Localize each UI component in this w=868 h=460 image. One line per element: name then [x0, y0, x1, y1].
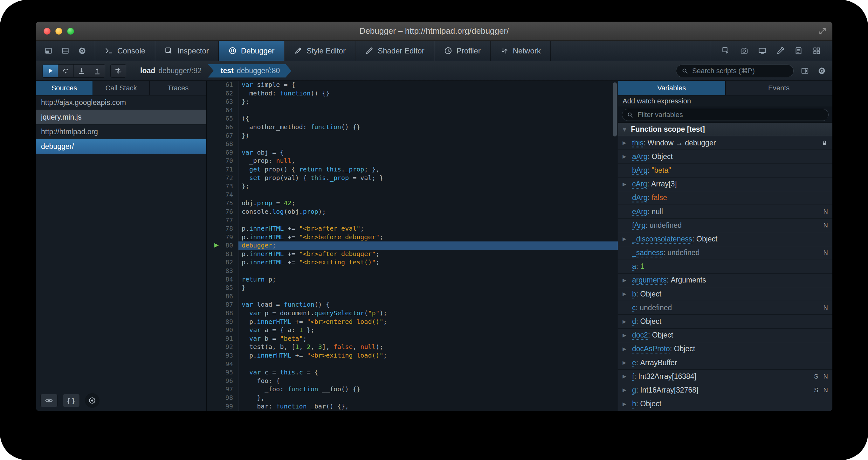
stack-frame-crumb[interactable]: loaddebugger/:92 [134, 64, 208, 78]
grid-icon[interactable] [812, 47, 821, 55]
line-number[interactable]: 94 [207, 360, 238, 369]
code-line[interactable]: p.innerHTML += "<br>exiting test()"; [239, 258, 618, 267]
line-number[interactable]: 84 [207, 276, 238, 284]
line-number[interactable]: 74 [207, 191, 238, 199]
tab-shader-editor[interactable]: Shader Editor [355, 41, 434, 61]
tab-console[interactable]: Console [95, 41, 155, 61]
variable-row[interactable]: fArg: undefinedN [618, 219, 832, 232]
line-number[interactable]: 93 [207, 351, 238, 360]
variable-row[interactable]: ▶arguments: Arguments [618, 274, 832, 287]
variable-row[interactable]: ▶g: Int16Array[32768]SN [618, 383, 832, 397]
line-number[interactable]: 91 [207, 335, 238, 343]
tab-inspector[interactable]: Inspector [155, 41, 219, 61]
variable-row[interactable]: bArg: "beta" [618, 164, 832, 177]
line-number[interactable]: 65 [207, 115, 238, 123]
code-line[interactable]: var p = document.querySelector("p"); [239, 309, 618, 318]
code-line[interactable]: var c = this.c = { [239, 368, 618, 377]
debugger-options-gear-icon[interactable] [817, 66, 826, 75]
line-number[interactable]: 83 [207, 267, 238, 276]
variable-row[interactable]: ▶f: Int32Array[16384]SN [618, 370, 832, 383]
variable-row[interactable]: ▶cArg: Array[3] [618, 177, 832, 191]
line-number[interactable]: 97 [207, 385, 238, 394]
code-line[interactable]: another_method: function() {} [239, 123, 618, 132]
tab-traces[interactable]: Traces [150, 81, 206, 95]
line-number[interactable]: 61 [207, 81, 238, 89]
responsive-mode-icon[interactable] [758, 47, 767, 55]
step-in-button[interactable] [74, 64, 89, 77]
variable-row[interactable]: ▶this: Window → debugger [618, 136, 832, 150]
code-line[interactable]: p.innerHTML += "<br>entered load()"; [239, 318, 618, 326]
code-line[interactable] [239, 216, 618, 225]
line-number[interactable]: 68 [207, 140, 238, 149]
variable-row[interactable]: eArg: nullN [618, 205, 832, 219]
source-item[interactable]: http://htmlpad.org [36, 125, 206, 139]
variable-row[interactable]: c: undefinedN [618, 301, 832, 315]
variable-row[interactable]: ▶d: Object [618, 315, 832, 328]
line-number[interactable]: 79 [207, 233, 238, 242]
toggle-panes-icon[interactable] [801, 66, 809, 75]
line-number[interactable]: 92 [207, 343, 238, 351]
code-line[interactable]: ({ [239, 115, 618, 123]
variable-row[interactable]: ▶docAsProto: Object [618, 342, 832, 356]
code-line[interactable]: p.innerHTML += "<br>before debugger"; [239, 233, 618, 242]
resume-button[interactable] [42, 64, 58, 77]
source-item[interactable]: http://ajax.googleapis.com [36, 95, 206, 110]
line-number[interactable]: 72 [207, 174, 238, 182]
scope-header[interactable]: ▼ Function scope [test] [618, 123, 832, 136]
code-line[interactable] [239, 267, 618, 276]
line-number[interactable]: 69 [207, 149, 238, 157]
scratchpad-icon[interactable] [794, 47, 803, 55]
code-line[interactable]: var a = { a: 1 }; [239, 326, 618, 335]
code-line[interactable]: var obj = { [239, 149, 618, 157]
tab-variables[interactable]: Variables [618, 81, 725, 95]
code-line[interactable]: method: function() {} [239, 89, 618, 98]
code-line[interactable]: foo: { [239, 377, 618, 385]
pretty-print-button[interactable]: {} [63, 394, 80, 407]
source-item[interactable]: jquery.min.js [36, 110, 206, 125]
tab-events[interactable]: Events [725, 81, 833, 95]
tab-sources[interactable]: Sources [36, 81, 93, 95]
line-number[interactable]: 64 [207, 106, 238, 115]
variable-row[interactable]: dArg: false [618, 191, 832, 205]
variable-row[interactable]: ▶h: Object [618, 397, 832, 411]
line-number[interactable]: 73 [207, 182, 238, 191]
zoom-button[interactable] [67, 28, 74, 35]
line-number[interactable]: 86 [207, 292, 238, 301]
code-line[interactable] [239, 106, 618, 115]
close-button[interactable] [43, 28, 51, 35]
variable-row[interactable]: _sadness: undefinedN [618, 246, 832, 260]
editor-scrollbar-thumb[interactable] [613, 82, 617, 137]
code-line[interactable]: test(a, b, [1, 2, 3], false, null); [239, 343, 618, 351]
code-line[interactable]: p.innerHTML += "<br>after eval"; [239, 225, 618, 233]
pick-element-icon[interactable] [722, 47, 730, 55]
line-number[interactable]: 71 [207, 166, 238, 174]
code-line[interactable]: }) [239, 132, 618, 140]
split-console-icon[interactable] [61, 47, 70, 55]
variable-row[interactable]: a: 1 [618, 260, 832, 274]
code-line[interactable]: }; [239, 98, 618, 106]
code-line[interactable]: _foo: function __foo() {} [239, 385, 618, 394]
line-number[interactable]: 98 [207, 394, 238, 402]
code-line[interactable] [239, 140, 618, 149]
line-number[interactable]: 95 [207, 368, 238, 377]
code-line[interactable]: console.log(obj.prop); [239, 208, 618, 216]
code-line[interactable]: p.innerHTML += "<br>after debugger"; [239, 250, 618, 259]
variable-row[interactable]: ▶_disconsolateness: Object [618, 232, 832, 246]
line-number[interactable]: 88 [207, 309, 238, 318]
search-scripts-input[interactable] [692, 67, 788, 75]
blackbox-button[interactable] [40, 394, 58, 407]
code-line[interactable]: return p; [239, 276, 618, 284]
code-line[interactable]: set prop(val) { this._prop = val; } [239, 174, 618, 182]
source-item[interactable]: debugger/ [36, 139, 206, 154]
line-number[interactable]: 87 [207, 300, 238, 309]
line-number[interactable]: 96 [207, 377, 238, 385]
step-out-button[interactable] [89, 64, 105, 77]
line-number[interactable]: 78 [207, 225, 238, 233]
undock-icon[interactable] [44, 47, 53, 55]
filter-variables-input[interactable] [638, 111, 824, 119]
line-number[interactable]: 75 [207, 199, 238, 208]
code-line[interactable]: } [239, 284, 618, 292]
tab-style-editor[interactable]: Style Editor [284, 41, 355, 61]
line-number[interactable]: 89 [207, 318, 238, 326]
code-line[interactable]: bar: function _bar() {}, [239, 402, 618, 411]
